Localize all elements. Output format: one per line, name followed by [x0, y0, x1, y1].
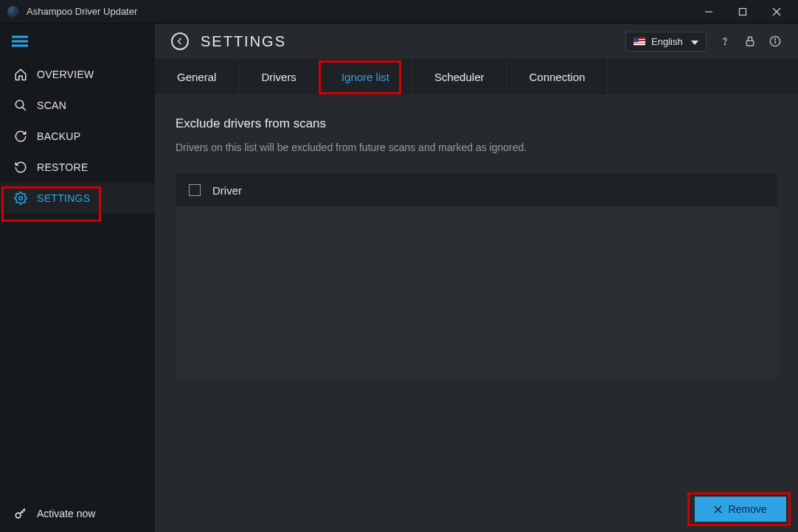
svg-point-10 [15, 513, 21, 518]
section-description: Drivers on this list will be excluded fr… [176, 141, 777, 153]
tab-scheduler[interactable]: Scheduler [412, 59, 507, 94]
language-label: English [651, 36, 683, 47]
svg-rect-1 [740, 8, 746, 15]
svg-rect-12 [746, 41, 753, 46]
backup-icon [13, 130, 28, 143]
activate-now-button[interactable]: Activate now [0, 495, 155, 532]
content-area: Exclude drivers from scans Drivers on th… [155, 94, 798, 532]
svg-line-8 [22, 107, 26, 111]
close-icon [714, 505, 722, 514]
ignore-list-body [176, 206, 777, 380]
main-header: SETTINGS English [155, 24, 798, 59]
tab-connection[interactable]: Connection [507, 59, 608, 94]
titlebar: Ashampoo Driver Updater [0, 0, 798, 24]
svg-point-15 [774, 38, 775, 39]
tab-general[interactable]: General [155, 59, 239, 94]
list-header: Driver [176, 174, 777, 206]
sidebar: OVERVIEW SCAN BACKUP RESTORE SETTINGS Ac… [0, 24, 155, 532]
sidebar-item-label: RESTORE [37, 161, 89, 173]
hamburger-button[interactable] [0, 24, 155, 59]
minimize-button[interactable] [692, 0, 726, 24]
section-title: Exclude drivers from scans [176, 116, 777, 131]
settings-tabs: General Drivers Ignore list Scheduler Co… [155, 59, 798, 94]
window-controls [692, 0, 794, 24]
page-title: SETTINGS [201, 33, 625, 50]
app-icon [7, 6, 19, 18]
remove-button-label: Remove [728, 503, 766, 515]
home-icon [13, 68, 28, 81]
sidebar-item-restore[interactable]: RESTORE [0, 152, 155, 183]
search-icon [13, 99, 28, 112]
sidebar-item-overview[interactable]: OVERVIEW [0, 59, 155, 90]
maximize-button[interactable] [726, 0, 760, 24]
remove-button[interactable]: Remove [695, 497, 786, 522]
sidebar-item-label: OVERVIEW [37, 69, 94, 80]
sidebar-item-label: SCAN [37, 99, 66, 111]
back-button[interactable] [171, 32, 189, 50]
sidebar-item-settings[interactable]: SETTINGS [0, 183, 155, 214]
info-button[interactable] [768, 35, 782, 48]
close-button[interactable] [760, 0, 794, 24]
help-button[interactable] [718, 35, 732, 48]
restore-icon [13, 161, 28, 174]
select-all-checkbox[interactable] [189, 184, 201, 196]
window-title: Ashampoo Driver Updater [27, 6, 692, 17]
gear-icon [13, 192, 28, 205]
svg-point-7 [15, 100, 24, 108]
tab-ignore-list[interactable]: Ignore list [319, 59, 412, 94]
language-select[interactable]: English [625, 32, 707, 52]
key-icon [13, 506, 28, 521]
sidebar-item-label: SETTINGS [37, 192, 90, 204]
svg-point-9 [19, 197, 23, 200]
column-header-driver: Driver [212, 184, 242, 197]
tab-drivers[interactable]: Drivers [239, 59, 319, 94]
sidebar-item-label: BACKUP [37, 130, 80, 142]
svg-point-11 [724, 43, 725, 44]
sidebar-item-backup[interactable]: BACKUP [0, 121, 155, 152]
sidebar-item-scan[interactable]: SCAN [0, 90, 155, 121]
flag-us-icon [634, 38, 645, 46]
chevron-down-icon [691, 36, 698, 47]
activate-now-label: Activate now [37, 508, 95, 519]
main-panel: SETTINGS English General Drivers Ignore … [155, 24, 798, 532]
lock-button[interactable] [743, 35, 757, 48]
